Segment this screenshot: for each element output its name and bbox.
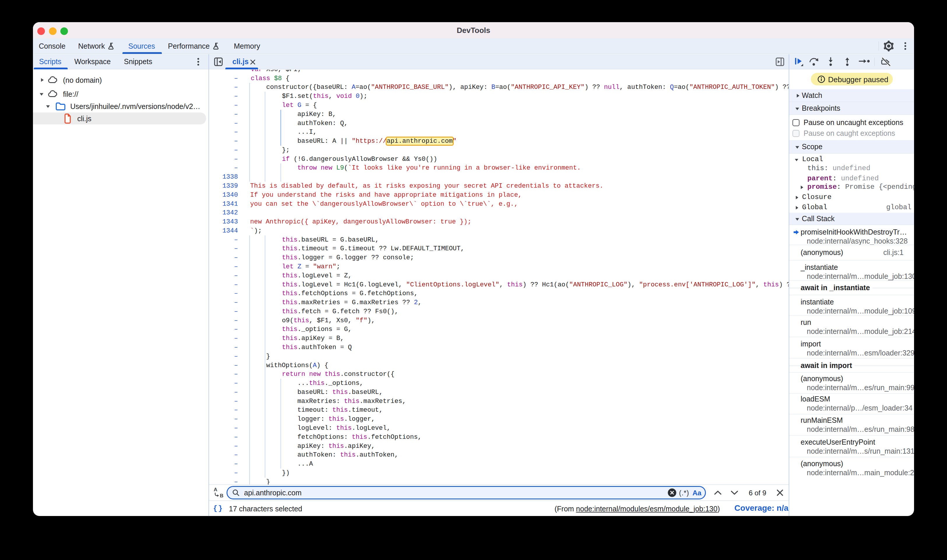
svg-text:A: A <box>214 487 217 492</box>
svg-text:B: B <box>220 493 223 498</box>
